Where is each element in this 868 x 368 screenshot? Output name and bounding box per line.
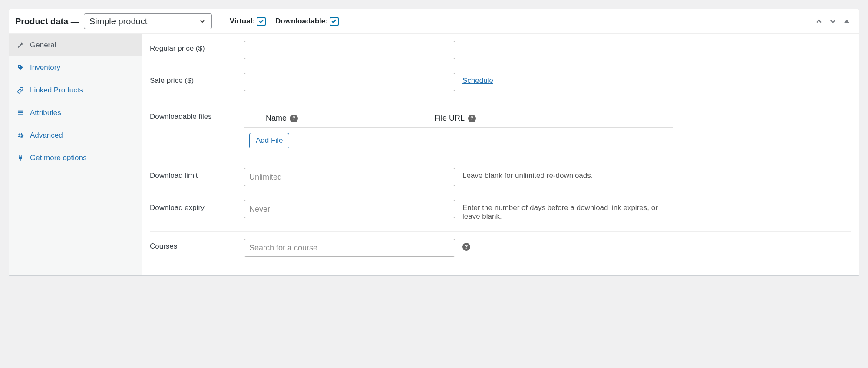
virtual-checkbox[interactable] (257, 17, 266, 26)
courses-label: Courses (150, 239, 244, 251)
row-downloadable-files: Downloadable files Name ? File URL ? (150, 102, 851, 161)
plug-icon (16, 154, 25, 161)
tab-general[interactable]: General (9, 34, 142, 56)
regular-price-label: Regular price ($) (150, 41, 244, 53)
tab-get-more-options[interactable]: Get more options (9, 147, 142, 169)
list-icon (16, 109, 25, 116)
product-type-options: Virtual: Downloadable: (220, 17, 348, 26)
col-name-label: Name (266, 114, 287, 123)
downloadable-label: Downloadable: (275, 17, 328, 26)
virtual-label: Virtual: (230, 17, 255, 26)
download-limit-input[interactable] (244, 168, 455, 186)
panel-header: Product data — Simple product Virtual: D… (9, 9, 859, 34)
move-up-icon[interactable] (813, 15, 825, 27)
wrench-icon (16, 42, 25, 49)
tab-attributes[interactable]: Attributes (9, 102, 142, 124)
col-url-label: File URL (434, 114, 465, 123)
schedule-link[interactable]: Schedule (462, 76, 493, 85)
download-limit-label: Download limit (150, 168, 244, 180)
tab-label: Get more options (30, 154, 86, 162)
tab-advanced[interactable]: Advanced (9, 124, 142, 147)
courses-search-input[interactable] (244, 239, 455, 257)
sale-price-input[interactable] (244, 73, 455, 91)
tabs: General Inventory Linked Products Attrib… (9, 34, 142, 275)
row-regular-price: Regular price ($) (150, 34, 851, 66)
row-download-limit: Download limit Leave blank for unlimited… (150, 161, 851, 193)
product-data-panel: Product data — Simple product Virtual: D… (9, 9, 859, 276)
link-icon (16, 87, 25, 94)
svg-rect-1 (18, 111, 23, 112)
regular-price-input[interactable] (244, 41, 455, 59)
download-expiry-help-text: Enter the number of days before a downlo… (455, 200, 660, 221)
download-expiry-input[interactable] (244, 200, 455, 218)
tab-label: Attributes (30, 108, 61, 117)
files-table-footer: Add File (244, 128, 673, 154)
tab-label: Linked Products (30, 86, 83, 95)
tab-label: Advanced (30, 131, 63, 140)
add-file-button[interactable]: Add File (249, 133, 289, 148)
sale-price-label: Sale price ($) (150, 73, 244, 85)
collapse-panel-icon[interactable] (841, 15, 853, 27)
svg-rect-2 (18, 112, 23, 113)
tab-content-general: Regular price ($) Sale price ($) Schedul… (142, 34, 859, 275)
tab-label: Inventory (30, 63, 60, 72)
help-icon[interactable]: ? (462, 243, 470, 251)
downloadable-files-label: Downloadable files (150, 109, 244, 121)
tab-linked-products[interactable]: Linked Products (9, 79, 142, 102)
panel-toggle-group (813, 15, 853, 27)
move-down-icon[interactable] (827, 15, 839, 27)
tag-icon (16, 64, 25, 71)
download-limit-help-text: Leave blank for unlimited re-downloads. (455, 168, 593, 180)
product-type-select[interactable]: Simple product (84, 13, 212, 29)
downloadable-checkbox[interactable] (330, 17, 339, 26)
svg-marker-0 (844, 20, 849, 23)
files-table-header: Name ? File URL ? (244, 109, 673, 128)
tab-label: General (30, 41, 56, 49)
help-icon[interactable]: ? (290, 115, 298, 122)
panel-title: Product data — (15, 16, 79, 26)
panel-body: General Inventory Linked Products Attrib… (9, 34, 859, 275)
tab-inventory[interactable]: Inventory (9, 56, 142, 79)
help-icon[interactable]: ? (468, 115, 476, 122)
row-courses: Courses ? (150, 231, 851, 264)
gear-icon (16, 132, 25, 139)
download-expiry-label: Download expiry (150, 200, 244, 212)
row-sale-price: Sale price ($) Schedule (150, 66, 851, 98)
svg-rect-3 (18, 114, 23, 115)
downloadable-files-table: Name ? File URL ? Add File (244, 109, 673, 154)
row-download-expiry: Download expiry Enter the number of days… (150, 193, 851, 228)
